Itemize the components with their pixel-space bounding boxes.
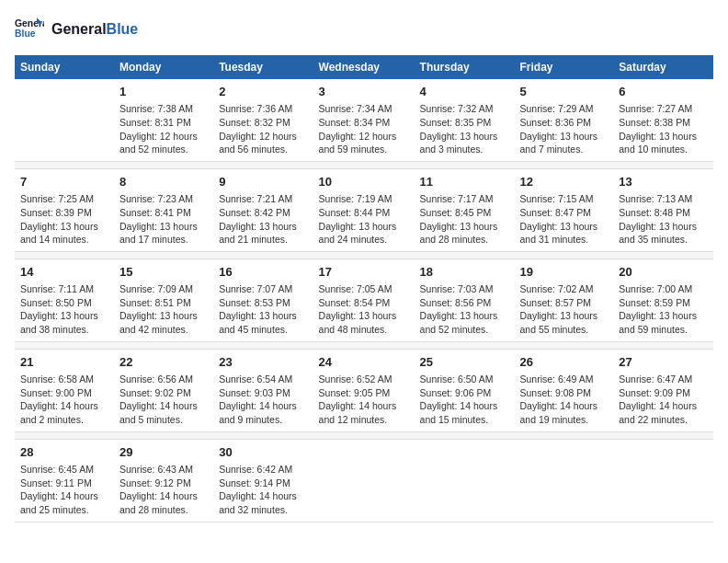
day-info: Sunrise: 7:25 AM Sunset: 8:39 PM Dayligh… [20, 192, 108, 247]
calendar-cell: 22Sunrise: 6:56 AM Sunset: 9:02 PM Dayli… [114, 349, 213, 431]
day-info: Sunrise: 6:54 AM Sunset: 9:03 PM Dayligh… [219, 373, 307, 427]
calendar-cell: 18Sunrise: 7:03 AM Sunset: 8:56 PM Dayli… [415, 259, 515, 341]
day-info: Sunrise: 6:49 AM Sunset: 9:08 PM Dayligh… [519, 373, 608, 427]
calendar-cell: 28Sunrise: 6:45 AM Sunset: 9:11 PM Dayli… [15, 439, 114, 522]
day-info: Sunrise: 6:45 AM Sunset: 9:11 PM Dayligh… [20, 463, 108, 517]
header-thursday: Thursday [415, 55, 515, 79]
day-info: Sunrise: 7:36 AM Sunset: 8:32 PM Dayligh… [219, 102, 307, 156]
day-info: Sunrise: 7:17 AM Sunset: 8:45 PM Dayligh… [420, 192, 509, 247]
day-info: Sunrise: 7:27 AM Sunset: 8:38 PM Dayligh… [619, 102, 708, 156]
day-info: Sunrise: 7:11 AM Sunset: 8:50 PM Dayligh… [20, 282, 108, 337]
calendar-cell: 27Sunrise: 6:47 AM Sunset: 9:09 PM Dayli… [613, 349, 713, 431]
calendar-table: SundayMondayTuesdayWednesdayThursdayFrid… [15, 55, 713, 523]
day-info: Sunrise: 7:32 AM Sunset: 8:35 PM Dayligh… [420, 102, 509, 156]
day-info: Sunrise: 7:13 AM Sunset: 8:48 PM Dayligh… [619, 192, 708, 247]
calendar-cell: 15Sunrise: 7:09 AM Sunset: 8:51 PM Dayli… [114, 259, 213, 341]
day-info: Sunrise: 7:38 AM Sunset: 8:31 PM Dayligh… [119, 102, 208, 156]
header-sunday: Sunday [15, 55, 114, 79]
calendar-cell: 4Sunrise: 7:32 AM Sunset: 8:35 PM Daylig… [415, 79, 515, 161]
day-number: 14 [20, 264, 108, 281]
day-number: 1 [119, 84, 208, 100]
calendar-cell: 19Sunrise: 7:02 AM Sunset: 8:57 PM Dayli… [514, 259, 613, 341]
day-number: 4 [420, 84, 509, 100]
calendar-cell: 30Sunrise: 6:42 AM Sunset: 9:14 PM Dayli… [213, 439, 313, 522]
day-number: 5 [519, 84, 608, 100]
day-number: 11 [420, 174, 509, 190]
day-info: Sunrise: 7:19 AM Sunset: 8:44 PM Dayligh… [319, 192, 409, 247]
calendar-cell: 8Sunrise: 7:23 AM Sunset: 8:41 PM Daylig… [114, 168, 213, 251]
day-number: 15 [119, 264, 208, 281]
calendar-cell: 21Sunrise: 6:58 AM Sunset: 9:00 PM Dayli… [15, 349, 114, 431]
day-number: 19 [519, 264, 608, 281]
calendar-cell: 7Sunrise: 7:25 AM Sunset: 8:39 PM Daylig… [15, 168, 114, 251]
calendar-cell [313, 439, 415, 522]
day-number: 20 [619, 264, 708, 281]
calendar-cell: 20Sunrise: 7:00 AM Sunset: 8:59 PM Dayli… [613, 259, 713, 341]
calendar-cell [613, 439, 713, 522]
day-number: 9 [219, 174, 307, 190]
day-number: 27 [619, 354, 708, 371]
day-number: 23 [219, 354, 307, 371]
logo-text: GeneralBlue [51, 20, 138, 38]
day-info: Sunrise: 6:52 AM Sunset: 9:05 PM Dayligh… [319, 373, 409, 427]
day-info: Sunrise: 7:05 AM Sunset: 8:54 PM Dayligh… [319, 282, 409, 337]
header-friday: Friday [514, 55, 613, 79]
day-info: Sunrise: 6:47 AM Sunset: 9:09 PM Dayligh… [619, 373, 708, 427]
day-info: Sunrise: 7:00 AM Sunset: 8:59 PM Dayligh… [619, 282, 708, 337]
header-wednesday: Wednesday [313, 55, 415, 79]
calendar-cell [514, 439, 613, 522]
day-info: Sunrise: 6:56 AM Sunset: 9:02 PM Dayligh… [119, 373, 208, 427]
calendar-cell: 6Sunrise: 7:27 AM Sunset: 8:38 PM Daylig… [613, 79, 713, 161]
calendar-cell: 3Sunrise: 7:34 AM Sunset: 8:34 PM Daylig… [313, 79, 415, 161]
logo: General Blue GeneralBlue [15, 15, 138, 44]
calendar-cell: 5Sunrise: 7:29 AM Sunset: 8:36 PM Daylig… [514, 79, 613, 161]
day-number: 13 [619, 174, 708, 190]
calendar-cell: 1Sunrise: 7:38 AM Sunset: 8:31 PM Daylig… [114, 79, 213, 161]
page-header: General Blue GeneralBlue [15, 15, 713, 44]
header-monday: Monday [114, 55, 213, 79]
calendar-cell: 2Sunrise: 7:36 AM Sunset: 8:32 PM Daylig… [213, 79, 313, 161]
day-number: 21 [20, 354, 108, 371]
calendar-cell: 16Sunrise: 7:07 AM Sunset: 8:53 PM Dayli… [213, 259, 313, 341]
day-number: 24 [319, 354, 409, 371]
day-number: 10 [319, 174, 409, 190]
calendar-cell: 26Sunrise: 6:49 AM Sunset: 9:08 PM Dayli… [514, 349, 613, 431]
calendar-cell [15, 79, 114, 161]
calendar-week-row: 7Sunrise: 7:25 AM Sunset: 8:39 PM Daylig… [15, 168, 713, 251]
day-info: Sunrise: 7:34 AM Sunset: 8:34 PM Dayligh… [319, 102, 409, 156]
calendar-cell: 17Sunrise: 7:05 AM Sunset: 8:54 PM Dayli… [313, 259, 415, 341]
day-number: 3 [319, 84, 409, 100]
calendar-cell: 9Sunrise: 7:21 AM Sunset: 8:42 PM Daylig… [213, 168, 313, 251]
calendar-cell: 23Sunrise: 6:54 AM Sunset: 9:03 PM Dayli… [213, 349, 313, 431]
day-info: Sunrise: 7:23 AM Sunset: 8:41 PM Dayligh… [119, 192, 208, 247]
day-number: 22 [119, 354, 208, 371]
day-number: 28 [20, 444, 108, 461]
day-info: Sunrise: 7:03 AM Sunset: 8:56 PM Dayligh… [420, 282, 509, 337]
calendar-cell: 14Sunrise: 7:11 AM Sunset: 8:50 PM Dayli… [15, 259, 114, 341]
day-number: 30 [219, 444, 307, 461]
calendar-week-row: 14Sunrise: 7:11 AM Sunset: 8:50 PM Dayli… [15, 259, 713, 341]
header-saturday: Saturday [613, 55, 713, 79]
day-info: Sunrise: 7:09 AM Sunset: 8:51 PM Dayligh… [119, 282, 208, 337]
calendar-week-row: 21Sunrise: 6:58 AM Sunset: 9:00 PM Dayli… [15, 349, 713, 431]
day-info: Sunrise: 7:15 AM Sunset: 8:47 PM Dayligh… [519, 192, 608, 247]
calendar-cell: 29Sunrise: 6:43 AM Sunset: 9:12 PM Dayli… [114, 439, 213, 522]
calendar-week-row: 28Sunrise: 6:45 AM Sunset: 9:11 PM Dayli… [15, 439, 713, 522]
day-info: Sunrise: 6:43 AM Sunset: 9:12 PM Dayligh… [119, 463, 208, 517]
calendar-cell: 10Sunrise: 7:19 AM Sunset: 8:44 PM Dayli… [313, 168, 415, 251]
calendar-cell: 11Sunrise: 7:17 AM Sunset: 8:45 PM Dayli… [415, 168, 515, 251]
calendar-cell [415, 439, 515, 522]
day-number: 26 [519, 354, 608, 371]
svg-text:Blue: Blue [15, 29, 36, 39]
header-tuesday: Tuesday [213, 55, 313, 79]
day-number: 7 [20, 174, 108, 190]
calendar-cell: 12Sunrise: 7:15 AM Sunset: 8:47 PM Dayli… [514, 168, 613, 251]
day-number: 16 [219, 264, 307, 281]
day-info: Sunrise: 7:02 AM Sunset: 8:57 PM Dayligh… [519, 282, 608, 337]
day-number: 12 [519, 174, 608, 190]
day-info: Sunrise: 6:42 AM Sunset: 9:14 PM Dayligh… [219, 463, 307, 517]
day-info: Sunrise: 6:50 AM Sunset: 9:06 PM Dayligh… [420, 373, 509, 427]
day-number: 2 [219, 84, 307, 100]
day-info: Sunrise: 7:29 AM Sunset: 8:36 PM Dayligh… [519, 102, 608, 156]
day-info: Sunrise: 7:21 AM Sunset: 8:42 PM Dayligh… [219, 192, 307, 247]
